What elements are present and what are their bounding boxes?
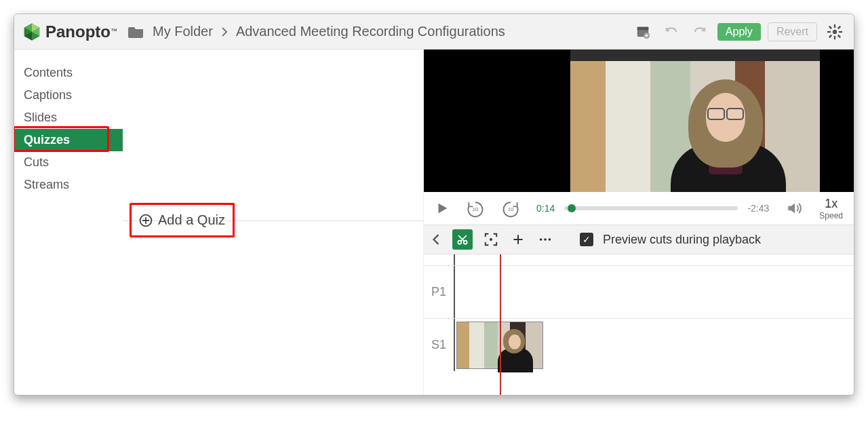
video-frame (570, 50, 820, 192)
svg-text:10: 10 (508, 206, 514, 212)
sidebar-item-slides[interactable]: Slides (14, 107, 123, 129)
timeline: P1 S1 (424, 254, 854, 395)
play-icon[interactable] (435, 201, 450, 216)
speed-label: Speed (819, 211, 843, 220)
timeline-row-s1: S1 (424, 318, 854, 371)
timeline-row-label: S1 (424, 319, 455, 371)
forward-10-icon[interactable]: 10 (501, 199, 520, 218)
player-controls: 10 10 0:14 -2:43 1x Speed (424, 192, 854, 225)
tab-content-area: Add a Quiz (123, 196, 423, 232)
top-bar: Panopto™ My Folder Advanced Meeting Reco… (14, 14, 854, 50)
breadcrumb-title[interactable]: Advanced Meeting Recording Configuration… (236, 24, 505, 39)
svg-point-17 (540, 238, 542, 241)
brand-logo: Panopto™ (22, 22, 117, 41)
progress-bar: 0:14 -2:43 (536, 203, 769, 214)
svg-point-10 (833, 29, 837, 33)
revert-button[interactable]: Revert (768, 22, 817, 41)
preview-cuts-checkbox[interactable]: ✓ (580, 233, 593, 246)
cut-tool-icon[interactable] (452, 229, 473, 250)
volume-icon[interactable] (785, 199, 803, 217)
seek-thumb[interactable] (568, 204, 576, 212)
sidebar-item-streams[interactable]: Streams (14, 174, 123, 196)
add-stream-icon[interactable] (509, 231, 527, 248)
timeline-row-p1: P1 (424, 265, 854, 318)
breadcrumb-folder[interactable]: My Folder (153, 24, 213, 39)
calendar-add-icon[interactable] (632, 21, 654, 43)
gear-icon[interactable] (824, 21, 846, 43)
video-preview[interactable] (424, 50, 854, 192)
timeline-row-label: P1 (424, 266, 455, 318)
sidebar-item-captions[interactable]: Captions (14, 84, 123, 107)
preview-cuts-label: Preview cuts during playback (603, 233, 761, 247)
seek-track[interactable] (564, 206, 738, 210)
svg-text:10: 10 (473, 206, 479, 212)
timeline-track-s1[interactable] (455, 319, 854, 371)
remaining-time: -2:43 (747, 203, 769, 214)
speed-value: 1x (819, 197, 843, 211)
current-time: 0:14 (536, 203, 555, 214)
editor-body: Contents Captions Slides Quizzes Cuts St… (14, 50, 854, 395)
brand-tm: ™ (111, 26, 117, 34)
timeline-ruler (424, 254, 854, 265)
brand-name: Panopto™ (45, 22, 117, 41)
timeline-toolbar: ✓ Preview cuts during playback (424, 225, 854, 254)
add-quiz-label: Add a Quiz (158, 212, 225, 228)
focus-select-icon[interactable] (482, 231, 500, 248)
svg-point-18 (544, 238, 547, 241)
sidebar-item-contents[interactable]: Contents (14, 62, 123, 84)
plus-circle-icon (139, 214, 153, 227)
folder-icon[interactable] (128, 25, 144, 39)
video-subject (676, 70, 778, 192)
apply-button[interactable]: Apply (717, 23, 761, 41)
brand-name-text: Panopto (45, 22, 111, 41)
timeline-clip-thumbnail[interactable] (456, 322, 543, 369)
sidebar: Contents Captions Slides Quizzes Cuts St… (14, 50, 123, 196)
add-quiz-button[interactable]: Add a Quiz (135, 208, 229, 232)
svg-point-19 (549, 238, 551, 241)
panopto-logo-icon (22, 22, 41, 41)
chevron-right-icon (221, 27, 228, 37)
left-column: Contents Captions Slides Quizzes Cuts St… (14, 50, 424, 395)
timeline-track-p1[interactable] (455, 266, 854, 318)
chevron-left-icon[interactable] (429, 234, 443, 245)
rewind-10-icon[interactable]: 10 (466, 199, 485, 218)
redo-icon[interactable] (689, 21, 711, 43)
right-column: 10 10 0:14 -2:43 1x Speed (424, 50, 854, 395)
top-actions: Apply Revert (632, 21, 846, 43)
breadcrumb: My Folder Advanced Meeting Recording Con… (128, 24, 632, 39)
sidebar-item-cuts[interactable]: Cuts (14, 151, 123, 174)
svg-rect-8 (637, 26, 649, 30)
svg-point-16 (490, 238, 492, 241)
undo-icon[interactable] (660, 21, 682, 43)
more-options-icon[interactable] (536, 231, 554, 248)
editor-window: Panopto™ My Folder Advanced Meeting Reco… (14, 14, 854, 396)
playback-speed[interactable]: 1x Speed (819, 197, 843, 220)
sidebar-item-quizzes[interactable]: Quizzes (14, 129, 123, 151)
